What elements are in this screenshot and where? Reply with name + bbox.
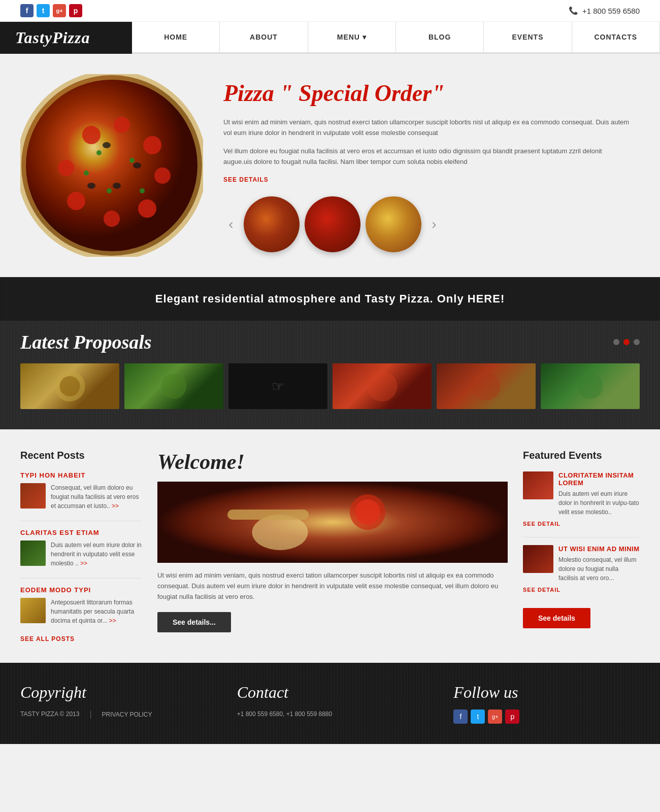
carousel-dot-3[interactable] [634, 339, 640, 345]
proposal-img-3[interactable]: ☞ [228, 363, 327, 409]
proposals-header: Latest Proposals [20, 331, 640, 353]
carousel-dot-2[interactable] [623, 339, 630, 345]
see-all-posts[interactable]: SEE ALL POSTS [20, 635, 142, 642]
svg-point-6 [154, 167, 171, 184]
footer-googleplus-icon[interactable]: g+ [488, 709, 502, 724]
facebook-icon[interactable]: f [20, 4, 34, 17]
featured-events-see-details-button[interactable]: See details [523, 608, 590, 628]
footer-social-icons: f t g+ p [453, 709, 640, 724]
footer-contact: Contact +1 800 559 6580, +1 800 559 8880 [237, 683, 423, 724]
footer-pinterest-icon[interactable]: p [505, 709, 519, 724]
proposal-img-4[interactable] [333, 363, 432, 409]
carousel-dot-1[interactable] [613, 339, 619, 345]
post-title-1[interactable]: TYPI HON HABEIT [20, 471, 142, 479]
welcome-image [157, 482, 508, 563]
footer-copyright-title: Copyright [20, 683, 207, 702]
proposals-section: Latest Proposals ☞ [0, 321, 660, 429]
post-more-2[interactable]: >> [80, 560, 87, 567]
post-more-3[interactable]: >> [109, 617, 116, 624]
svg-point-30 [355, 499, 380, 525]
event-title-1[interactable]: CLORITATEM INSITAM LOREM [558, 471, 640, 487]
svg-point-5 [143, 136, 161, 154]
footer-contact-text: +1 800 559 6580, +1 800 559 8880 [237, 709, 423, 719]
footer-follow-title: Follow us [453, 683, 640, 702]
svg-point-15 [140, 188, 145, 193]
svg-point-22 [60, 376, 80, 396]
hero-title: Pizza " Special Order" [223, 79, 630, 107]
footer-twitter-icon[interactable]: t [471, 709, 485, 724]
event-title-2[interactable]: UT WISI ENIM AD MINIM [558, 545, 640, 553]
hero-text-1: Ut wisi enim ad minim veniam, quis nostr… [223, 117, 630, 139]
nav-events[interactable]: EVENTS [484, 22, 572, 52]
hero-see-details[interactable]: SEE DETAILS [223, 176, 269, 183]
post-title-3[interactable]: EODEM MODO TYPI [20, 586, 142, 594]
svg-point-14 [84, 171, 89, 176]
main-nav: HOME ABOUT MENU ▾ BLOG EVENTS CONTACTS [132, 22, 660, 54]
proposal-img-6[interactable] [541, 363, 640, 409]
welcome-section: Welcome! [157, 450, 508, 642]
next-pizza-arrow[interactable]: › [426, 209, 442, 240]
top-social-icons: f t g+ p [20, 4, 82, 17]
logo-box[interactable]: TastyPizza [0, 22, 132, 54]
prev-pizza-arrow[interactable]: ‹ [223, 209, 239, 240]
logo: TastyPizza [15, 28, 90, 47]
pizza-main-image [20, 74, 203, 257]
event-thumb-1 [523, 471, 553, 499]
post-thumb-3 [20, 598, 46, 623]
pizza-thumb-2[interactable] [305, 196, 360, 252]
hero-section: Pizza " Special Order" Ut wisi enim ad m… [0, 54, 660, 277]
svg-point-17 [133, 162, 141, 168]
event-item-2: UT WISI ENIM AD MINIM Molestio consequat… [523, 545, 640, 593]
carousel-dots [613, 339, 640, 345]
nav-menu[interactable]: MENU ▾ [308, 22, 396, 52]
proposal-img-2[interactable] [124, 363, 223, 409]
svg-point-7 [138, 199, 156, 218]
post-title-2[interactable]: CLARITAS EST ETIAM [20, 529, 142, 536]
svg-point-9 [67, 192, 85, 210]
post-more-1[interactable]: >> [112, 502, 119, 510]
svg-point-11 [96, 150, 102, 155]
event-detail-link-2[interactable]: SEE DETAIL [523, 587, 640, 593]
dark-band: Elegant residential atmosphere and Tasty… [0, 277, 660, 321]
featured-events-title: Featured Events [523, 450, 640, 461]
header: TastyPizza HOME ABOUT MENU ▾ BLOG EVENTS… [0, 22, 660, 54]
footer-privacy-policy[interactable]: PRIVACY POLICY [102, 711, 152, 718]
welcome-see-details-button[interactable]: See details... [157, 612, 231, 632]
phone-number: +1 800 559 6580 [582, 7, 640, 15]
footer-follow: Follow us f t g+ p [453, 683, 640, 724]
pizza-thumb-1[interactable] [244, 196, 300, 252]
pizza-thumbnails: ‹ › [223, 196, 630, 252]
svg-point-16 [103, 142, 111, 148]
googleplus-icon[interactable]: g+ [53, 4, 66, 17]
event-text-2: Molestio consequat, vel illum dolore ou … [558, 555, 640, 583]
svg-point-8 [104, 211, 120, 227]
svg-point-18 [113, 183, 121, 189]
pinterest-icon[interactable]: p [69, 4, 82, 17]
post-item-2: CLARITAS EST ETIAM Duis autem vel eum ir… [20, 529, 142, 568]
hero-text-2: Vel illum dolore eu fougiat nulla facili… [223, 146, 630, 167]
proposals-title: Latest Proposals [20, 331, 152, 353]
footer-facebook-icon[interactable]: f [453, 709, 468, 724]
post-item-3: EODEM MODO TYPI Anteposuerit littorarum … [20, 586, 142, 625]
nav-home[interactable]: HOME [132, 22, 220, 52]
nav-blog[interactable]: BLOG [396, 22, 484, 52]
proposal-images: ☞ [20, 363, 640, 409]
svg-point-4 [114, 117, 130, 133]
svg-point-12 [129, 158, 135, 163]
pizza-thumb-3[interactable] [366, 196, 421, 252]
svg-point-19 [87, 183, 95, 189]
welcome-title: Welcome! [157, 450, 508, 474]
post-thumb-2 [20, 540, 46, 566]
twitter-icon[interactable]: t [37, 4, 50, 17]
nav-contacts[interactable]: CONTACTS [572, 22, 660, 52]
event-text-1: Duis autem vel eum iriure dolor in honhr… [558, 489, 640, 517]
svg-point-24 [161, 374, 187, 399]
proposal-img-1[interactable] [20, 363, 119, 409]
hero-content: Pizza " Special Order" Ut wisi enim ad m… [223, 74, 630, 252]
event-detail-link-1[interactable]: SEE DETAIL [523, 521, 640, 527]
svg-point-10 [58, 160, 74, 176]
svg-rect-28 [157, 482, 508, 563]
nav-about[interactable]: ABOUT [220, 22, 308, 52]
svg-point-31 [252, 515, 308, 550]
proposal-img-5[interactable] [437, 363, 536, 409]
